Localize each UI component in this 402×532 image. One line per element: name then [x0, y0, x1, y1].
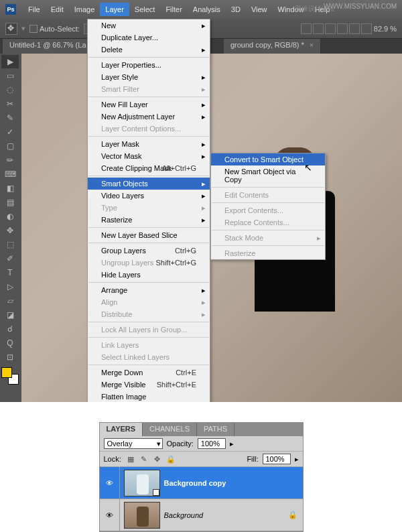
- separator: [212, 202, 324, 203]
- submenu-arrow-icon: ▸: [202, 101, 206, 109]
- tool-button[interactable]: ▤: [1, 196, 19, 209]
- blend-mode-select[interactable]: Overlay: [104, 438, 163, 449]
- menu-item: Link Layers: [88, 339, 210, 351]
- layer-name[interactable]: Background: [164, 511, 288, 519]
- submenu-arrow-icon: ▸: [317, 234, 321, 243]
- tool-button[interactable]: ✓: [1, 125, 19, 139]
- lock-buttons[interactable]: ▦ ✎ ✥ 🔒: [125, 454, 176, 464]
- tool-button[interactable]: ✏: [1, 153, 19, 167]
- tool-button[interactable]: ▱: [1, 294, 19, 308]
- tool-button[interactable]: ◧: [1, 182, 19, 195]
- move-tool-icon[interactable]: [5, 23, 17, 35]
- submenu-arrow-icon: ▸: [202, 140, 206, 149]
- menu-item[interactable]: Merge DownCtrl+E: [88, 367, 210, 379]
- separator: [88, 57, 209, 58]
- menu-3d[interactable]: 3D: [226, 3, 246, 16]
- tab-document[interactable]: ground copy, RGB/8) *×: [224, 39, 321, 54]
- menu-item[interactable]: Smart Objects▸: [88, 178, 210, 190]
- visibility-icon[interactable]: 👁: [100, 467, 120, 498]
- visibility-icon[interactable]: 👁: [100, 499, 120, 531]
- menu-edit[interactable]: Edit: [46, 3, 69, 16]
- menu-item[interactable]: New Layer Based Slice: [88, 229, 210, 241]
- tool-button[interactable]: ▭: [1, 69, 19, 82]
- tool-button[interactable]: ▶: [1, 55, 19, 68]
- layer-row[interactable]: 👁 Background 🔒: [100, 499, 303, 531]
- tool-button[interactable]: T: [1, 266, 19, 279]
- menu-item[interactable]: Merge VisibleShift+Ctrl+E: [88, 379, 210, 391]
- tool-button[interactable]: ✐: [1, 252, 19, 265]
- submenu-arrow-icon: ▸: [202, 192, 206, 200]
- align-icons[interactable]: [301, 23, 372, 34]
- fill-input[interactable]: 100%: [263, 454, 291, 464]
- tab-channels[interactable]: CHANNELS: [143, 423, 197, 436]
- submenu-arrow-icon: ▸: [202, 298, 206, 307]
- menu-item[interactable]: Rasterize▸: [88, 214, 210, 226]
- menu-item[interactable]: New Fill Layer▸: [88, 98, 210, 111]
- menu-item[interactable]: Video Layers▸: [88, 190, 210, 202]
- opacity-input[interactable]: 100%: [198, 438, 226, 449]
- menu-image[interactable]: Image: [69, 3, 100, 16]
- submenu-arrow-icon: ▸: [202, 46, 206, 54]
- menu-item[interactable]: Layer Style▸: [88, 71, 210, 83]
- layer-menu: New▸Duplicate Layer...Delete▸Layer Prope…: [87, 19, 210, 402]
- opacity-flyout-icon[interactable]: ▸: [230, 440, 234, 448]
- menu-view[interactable]: View: [246, 3, 273, 16]
- menu-layer[interactable]: Layer: [100, 3, 129, 16]
- tool-button[interactable]: ✂: [1, 97, 19, 111]
- menu-item: Export Contents...: [211, 204, 325, 216]
- menu-item[interactable]: Create Clipping MaskAlt+Ctrl+G: [88, 162, 210, 174]
- tool-button[interactable]: ☌: [1, 322, 19, 336]
- menu-item[interactable]: Group LayersCtrl+G: [88, 245, 210, 257]
- menu-file[interactable]: File: [23, 3, 46, 16]
- menubar: FileEditImageLayerSelectFilterAnalysis3D…: [23, 3, 335, 16]
- auto-select-checkbox[interactable]: Auto-Select:: [29, 25, 80, 33]
- tool-button[interactable]: ⬚: [1, 238, 19, 251]
- lock-icon: 🔒: [288, 511, 297, 519]
- layer-thumbnail[interactable]: [124, 470, 160, 496]
- close-icon[interactable]: ×: [310, 41, 314, 49]
- menu-item[interactable]: New Adjustment Layer▸: [88, 111, 210, 123]
- menu-item[interactable]: Hide Layers: [88, 269, 210, 281]
- smart-objects-submenu: Convert to Smart ObjectNew Smart Object …: [210, 153, 326, 260]
- menu-item[interactable]: New▸: [88, 19, 210, 31]
- menu-filter[interactable]: Filter: [160, 3, 187, 16]
- tool-button[interactable]: ◌: [1, 83, 19, 96]
- fill-label: Fill:: [247, 455, 258, 463]
- tool-button[interactable]: ⊡: [1, 350, 19, 364]
- zoom-value: 82.9: [374, 25, 388, 33]
- layer-row[interactable]: 👁 Background copy: [100, 467, 303, 499]
- menu-item[interactable]: Duplicate Layer...: [88, 31, 210, 44]
- menu-item[interactable]: Convert to Smart Object: [211, 153, 325, 165]
- tool-button[interactable]: ▷: [1, 280, 19, 293]
- layer-thumbnail[interactable]: [124, 502, 160, 529]
- tool-button[interactable]: Q: [1, 336, 19, 350]
- tab-paths[interactable]: PATHS: [197, 423, 234, 436]
- color-swatches[interactable]: [1, 367, 19, 385]
- tab-layers[interactable]: LAYERS: [100, 423, 143, 436]
- tool-button[interactable]: ◪: [1, 308, 19, 322]
- tool-button[interactable]: ◐: [1, 210, 19, 223]
- submenu-arrow-icon: ▸: [202, 204, 206, 212]
- tool-button[interactable]: ✎: [1, 111, 19, 125]
- menu-item[interactable]: Layer Mask▸: [88, 138, 210, 150]
- tool-button[interactable]: ▢: [1, 139, 19, 153]
- lock-label: Lock:: [104, 455, 121, 463]
- lock-position-icon: ✥: [152, 454, 163, 464]
- menu-item[interactable]: Flatten Image: [88, 391, 210, 402]
- watermark-cn: 思缘设计论坛: [295, 4, 335, 13]
- menu-item[interactable]: Arrange▸: [88, 284, 210, 296]
- menu-select[interactable]: Select: [129, 3, 161, 16]
- menu-item[interactable]: Delete▸: [88, 44, 210, 56]
- menu-analysis[interactable]: Analysis: [188, 3, 226, 16]
- separator: [88, 96, 209, 97]
- menu-item[interactable]: Layer Properties...: [88, 59, 210, 71]
- lock-pixels-icon: ✎: [139, 454, 149, 464]
- menu-item[interactable]: Vector Mask▸: [88, 150, 210, 162]
- tool-button[interactable]: ⌨: [1, 168, 19, 181]
- fill-flyout-icon[interactable]: ▸: [295, 455, 299, 464]
- menu-item[interactable]: New Smart Object via Copy: [211, 165, 325, 186]
- lock-all-icon: 🔒: [165, 454, 176, 464]
- layer-name[interactable]: Background copy: [164, 479, 303, 487]
- menu-item: Align▸: [88, 296, 210, 308]
- tool-button[interactable]: ✥: [1, 224, 19, 237]
